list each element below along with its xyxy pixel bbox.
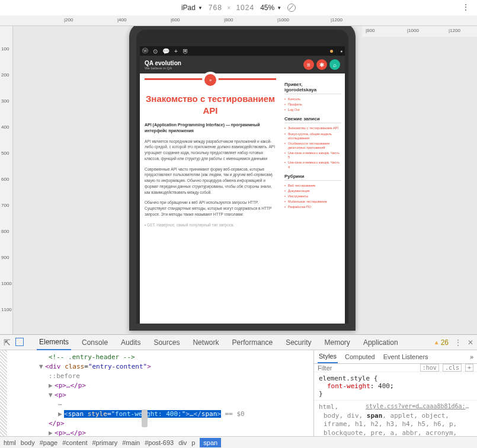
- breadcrumb-item[interactable]: p: [191, 439, 195, 446]
- devtools-panel: ⇱ Elements Console Audits Sources Networ…: [0, 334, 477, 448]
- tab-performance[interactable]: Performance: [229, 335, 275, 350]
- add-icon[interactable]: +: [174, 48, 178, 55]
- notification-dot-icon[interactable]: [330, 50, 333, 53]
- article-title: Знакомство с тестированием API: [145, 93, 276, 116]
- stylesheet-rule-block[interactable]: style.css?ver=d…caaa8b81d6a:23 html, bod…: [314, 401, 477, 436]
- sidebar-link[interactable]: Разработка ПО: [284, 204, 341, 210]
- device-viewport[interactable]: |800 |1000 |1200 ⓦ ⊙ 💬 + ⛨ ▪: [13, 26, 477, 334]
- chevron-down-icon: ▼: [198, 5, 203, 11]
- breadcrumb-item[interactable]: #content: [62, 439, 87, 446]
- hov-toggle[interactable]: :hov: [420, 364, 439, 372]
- kebab-menu-icon[interactable]: ⋮: [462, 2, 470, 12]
- sidebar-link[interactable]: Фокус-группа, общая модель исследования: [284, 132, 341, 141]
- tab-application[interactable]: Application: [361, 335, 401, 350]
- device-toolbar: iPad ▼ 768 × 1024 45% ▼ ⋮: [0, 0, 477, 15]
- article-paragraph: Современные API часто принимают форму ве…: [145, 167, 276, 196]
- dashboard-icon[interactable]: ⊙: [153, 48, 158, 55]
- sidebar-link[interactable]: Документация: [284, 188, 341, 194]
- gear-icon[interactable]: ✱: [316, 59, 327, 70]
- user-menu[interactable]: ▪: [340, 48, 342, 55]
- devtools-tabs: ⇱ Elements Console Audits Sources Networ…: [0, 335, 477, 350]
- rendered-page[interactable]: ⓦ ⊙ 💬 + ⛨ ▪ QA evolution We believe in Q…: [140, 46, 345, 324]
- sidebar-link[interactable]: Инструменты: [284, 194, 341, 199]
- cls-toggle[interactable]: .cls: [443, 364, 462, 372]
- tab-audits[interactable]: Audits: [119, 335, 143, 350]
- wp-logo-icon[interactable]: ⓦ: [142, 47, 148, 55]
- ipad-frame: ⓦ ⊙ 💬 + ⛨ ▪ QA evolution We believe in Q…: [129, 26, 356, 331]
- subtab-event-listeners[interactable]: Event Listeners: [382, 351, 430, 363]
- sidebar-link[interactable]: Профиль: [284, 102, 341, 107]
- site-title[interactable]: QA evolution: [145, 60, 181, 66]
- sidebar-heading: Свежие записи: [284, 116, 341, 123]
- menu-icon[interactable]: ≡: [303, 59, 314, 70]
- zoom-value: 45%: [260, 4, 274, 12]
- breadcrumb-item[interactable]: body: [21, 439, 35, 446]
- rotate-icon[interactable]: [287, 4, 296, 12]
- format-icon: ≡: [202, 72, 219, 88]
- styles-panel: Styles Computed Event Listeners » :hov .…: [313, 350, 477, 436]
- sidebar-link[interactable]: Консоль: [284, 97, 341, 102]
- breadcrumb-item[interactable]: #primary: [92, 439, 117, 446]
- chevron-down-icon: ▼: [277, 5, 281, 11]
- inspect-icon[interactable]: ⇱: [4, 338, 11, 347]
- more-tabs-icon[interactable]: »: [470, 353, 473, 360]
- vertical-ruler: 100 200 300 400 500 600 700 800 900 1000…: [0, 26, 13, 334]
- tab-sources[interactable]: Sources: [151, 335, 182, 350]
- tab-security[interactable]: Security: [283, 335, 313, 350]
- breadcrumb-item[interactable]: html: [4, 439, 16, 446]
- warnings-badge[interactable]: 26: [434, 338, 449, 347]
- tab-console[interactable]: Console: [79, 335, 110, 350]
- site-header: QA evolution We believe in QA ≡ ✱ ⌕: [140, 56, 345, 73]
- sidebar-link[interactable]: Log Out: [284, 107, 341, 113]
- breadcrumb-item[interactable]: div: [178, 439, 187, 446]
- sidebar-link[interactable]: Веб тестирование: [284, 183, 341, 188]
- shield-icon[interactable]: ⛨: [183, 48, 188, 55]
- elements-tree[interactable]: <!-- .entry-header --> ▼<div class="entr…: [0, 350, 313, 436]
- expand-caret-icon[interactable]: ▶: [58, 409, 64, 419]
- breadcrumb-item[interactable]: span: [200, 438, 221, 447]
- sidebar-recent-posts: Знакомство с тестированием API Фокус-гру…: [284, 126, 341, 169]
- sidebar-heading: Рубрики: [284, 174, 341, 181]
- sidebar-link[interactable]: Знакомство с тестированием API: [284, 126, 341, 131]
- expand-caret-icon[interactable]: ▶: [49, 428, 55, 436]
- sidebar: Привет, igorodetskaya Консоль Профиль Lo…: [281, 73, 345, 237]
- horizontal-ruler: |200 |400 |600 |800 |1000 |1200: [0, 15, 477, 26]
- selected-dom-node[interactable]: ▶<span style="font-weight: 400;">…</span…: [4, 409, 310, 419]
- tab-network[interactable]: Network: [190, 335, 221, 350]
- expand-caret-icon[interactable]: ▼: [39, 362, 45, 372]
- device-dimensions[interactable]: 768 × 1024: [209, 4, 254, 12]
- breadcrumb-item[interactable]: #post-693: [145, 439, 174, 446]
- zoom-selector[interactable]: 45% ▼: [260, 4, 281, 12]
- tab-memory[interactable]: Memory: [322, 335, 353, 350]
- main-content: ≡ Знакомство с тестированием API API (Ap…: [140, 73, 281, 237]
- comments-icon[interactable]: 💬: [162, 48, 169, 55]
- sidebar-account-links: Консоль Профиль Log Out: [284, 97, 341, 113]
- breadcrumb-item[interactable]: #main: [122, 439, 140, 446]
- dom-gutter: [0, 350, 7, 436]
- element-style-block[interactable]: element.style { font-weight: 400; }: [314, 372, 477, 401]
- search-icon[interactable]: ⌕: [329, 59, 340, 70]
- article-paragraph: API является посредником между разработч…: [145, 139, 276, 162]
- device-selector[interactable]: iPad ▼: [181, 4, 203, 12]
- breadcrumb-item[interactable]: #page: [40, 439, 58, 446]
- sidebar-link[interactable]: Use-case и немного юмора. Часть 5: [284, 151, 341, 160]
- panel-resize-handle[interactable]: [142, 409, 148, 427]
- tab-elements[interactable]: Elements: [37, 335, 71, 350]
- kebab-menu-icon[interactable]: ⋮: [454, 338, 462, 347]
- styles-filter-input[interactable]: [318, 364, 377, 372]
- expand-caret-icon[interactable]: ▶: [49, 381, 55, 391]
- dom-breadcrumb[interactable]: html body #page #content #primary #main …: [0, 436, 477, 448]
- expand-caret-icon[interactable]: ▼: [49, 391, 55, 400]
- add-rule-button[interactable]: +: [465, 364, 473, 372]
- subtab-styles[interactable]: Styles: [318, 350, 338, 363]
- close-icon[interactable]: ✕: [468, 338, 473, 347]
- wp-admin-bar[interactable]: ⓦ ⊙ 💬 + ⛨ ▪: [140, 46, 345, 56]
- sidebar-link[interactable]: Мобильное тестирование: [284, 199, 341, 204]
- sidebar-link[interactable]: Use-case и немного юмора. Часть 4: [284, 160, 341, 169]
- subtab-computed[interactable]: Computed: [344, 351, 376, 363]
- stylesheet-link[interactable]: style.css?ver=d…caaa8b81d6a:23: [366, 403, 472, 409]
- article-intro: API (Application Programming Interface) …: [145, 122, 276, 134]
- device-mode-icon[interactable]: [15, 338, 24, 346]
- article-paragraph: Обычно при обращении к веб API использую…: [145, 200, 276, 217]
- sidebar-link[interactable]: Особенности тестирования десктопных прил…: [284, 141, 341, 151]
